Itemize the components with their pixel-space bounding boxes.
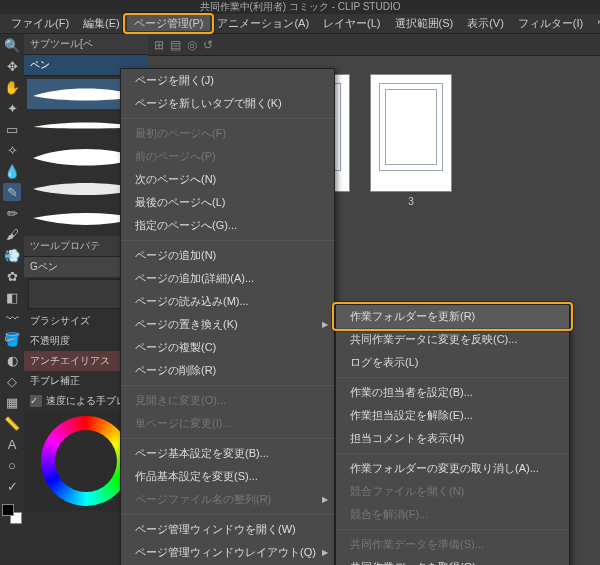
subtool-header: サブツール[ペ: [24, 34, 148, 55]
eyedrop-icon[interactable]: 💧: [3, 162, 21, 180]
prop-jitter: 手ブレ補正: [30, 374, 80, 388]
pencil-icon[interactable]: ✏: [3, 204, 21, 222]
checkbox-icon[interactable]: ✓: [30, 395, 42, 407]
mi-page-basic[interactable]: ページ基本設定を変更(B)...: [121, 442, 334, 465]
mi-first-page[interactable]: 最初のページへ(F): [121, 122, 334, 145]
mi-reflect-collab[interactable]: 共同作業データに変更を反映(C)...: [336, 328, 569, 351]
menu-edit[interactable]: 編集(E): [76, 14, 127, 33]
move-icon[interactable]: ✥: [3, 57, 21, 75]
menu-window[interactable]: ウィン: [590, 14, 600, 33]
menu-file[interactable]: ファイル(F): [4, 14, 76, 33]
menu-view[interactable]: 表示(V): [460, 14, 511, 33]
toolbar-icon[interactable]: ↺: [203, 38, 213, 52]
mi-replace-page[interactable]: ページの置き換え(K): [121, 313, 334, 336]
mi-show-log[interactable]: ログを表示(L): [336, 351, 569, 374]
mi-add-page-detail[interactable]: ページの追加(詳細)(A)...: [121, 267, 334, 290]
airbrush-icon[interactable]: 💨: [3, 246, 21, 264]
mi-align-filename[interactable]: ページファイル名の整列(R): [121, 488, 334, 511]
mi-work-basic[interactable]: 作品基本設定を変更(S)...: [121, 465, 334, 488]
collab-submenu: 作業フォルダーを更新(R) 共同作業データに変更を反映(C)... ログを表示(…: [335, 304, 570, 565]
tool-column: 🔍 ✥ ✋ ✦ ▭ ✧ 💧 ✎ ✏ 🖌 💨 ✿ ◧ 〰 🪣 ◐ ◇ ▦ 📏 A …: [0, 34, 24, 565]
anchor-icon[interactable]: ✦: [3, 99, 21, 117]
mi-open-pm-window[interactable]: ページ管理ウィンドウを開く(W): [121, 518, 334, 541]
mi-pm-layout[interactable]: ページ管理ウィンドウレイアウト(Q): [121, 541, 334, 564]
magnify-icon[interactable]: 🔍: [3, 36, 21, 54]
mi-undo-workfolder[interactable]: 作業フォルダーの変更の取り消し(A)...: [336, 457, 569, 480]
mi-goto-page[interactable]: 指定のページへ(G)...: [121, 214, 334, 237]
canvas-toolbar: ⊞ ▤ ◎ ↺: [148, 34, 600, 56]
mi-open-new-tab[interactable]: ページを新しいタブで開く(K): [121, 92, 334, 115]
titlebar: 共同作業中(利用者) コミック - CLIP STUDIO: [0, 0, 600, 14]
mi-open-conflict[interactable]: 競合ファイルを開く(N): [336, 480, 569, 503]
gradient-icon[interactable]: ◐: [3, 351, 21, 369]
mi-next-page[interactable]: 次のページへ(N): [121, 168, 334, 191]
text-icon[interactable]: A: [3, 435, 21, 453]
mi-prepare-collab[interactable]: 共同作業データを準備(S)...: [336, 533, 569, 556]
fill-icon[interactable]: 🪣: [3, 330, 21, 348]
page-manage-menu: ページを開く(J) ページを新しいタブで開く(K) 最初のページへ(F) 前のペ…: [120, 68, 335, 565]
eraser-icon[interactable]: ◧: [3, 288, 21, 306]
mi-set-assignee[interactable]: 作業の担当者を設定(B)...: [336, 381, 569, 404]
mi-del-page[interactable]: ページの削除(R): [121, 359, 334, 382]
hand-icon[interactable]: ✋: [3, 78, 21, 96]
prop-aa: アンチエイリアス: [30, 354, 110, 368]
mi-to-single[interactable]: 単ページに変更(I)...: [121, 412, 334, 435]
mi-open-page[interactable]: ページを開く(J): [121, 69, 334, 92]
ruler-icon[interactable]: 📏: [3, 414, 21, 432]
menu-selection[interactable]: 選択範囲(S): [388, 14, 461, 33]
page-thumb[interactable]: 3: [370, 74, 452, 207]
frame-icon[interactable]: ▦: [3, 393, 21, 411]
pen-icon[interactable]: ✎: [3, 183, 21, 201]
fgbg-swatch[interactable]: [2, 504, 22, 524]
toolbar-icon[interactable]: ▤: [170, 38, 181, 52]
mi-get-collab[interactable]: 共同作業データを取得(O)...: [336, 556, 569, 565]
menubar: ファイル(F) 編集(E) ページ管理(P) アニメーション(A) レイヤー(L…: [0, 14, 600, 34]
mi-dup-page[interactable]: ページの複製(C): [121, 336, 334, 359]
mi-to-spread[interactable]: 見開きに変更(O)...: [121, 389, 334, 412]
menu-layer[interactable]: レイヤー(L): [316, 14, 387, 33]
menu-page-manage[interactable]: ページ管理(P): [127, 15, 211, 31]
prop-brushsize: ブラシサイズ: [30, 314, 90, 328]
prop-opacity: 不透明度: [30, 334, 70, 348]
toolbar-icon[interactable]: ◎: [187, 38, 197, 52]
prop-speed: 速度による手ブレ: [46, 394, 126, 408]
blend-icon[interactable]: 〰: [3, 309, 21, 327]
balloon-icon[interactable]: ○: [3, 456, 21, 474]
mi-add-page[interactable]: ページの追加(N): [121, 244, 334, 267]
mi-import-page[interactable]: ページの読み込み(M)...: [121, 290, 334, 313]
mi-update-workfolder[interactable]: 作業フォルダーを更新(R): [336, 305, 569, 328]
mi-prev-page[interactable]: 前のページへ(P): [121, 145, 334, 168]
mi-resolve-conflict[interactable]: 競合を解消(F)...: [336, 503, 569, 526]
mi-last-page[interactable]: 最後のページへ(L): [121, 191, 334, 214]
deco-icon[interactable]: ✿: [3, 267, 21, 285]
mi-show-comment[interactable]: 担当コメントを表示(H): [336, 427, 569, 450]
correct-icon[interactable]: ✓: [3, 477, 21, 495]
menu-animation[interactable]: アニメーション(A): [210, 14, 316, 33]
wand-icon[interactable]: ✧: [3, 141, 21, 159]
toolbar-icon[interactable]: ⊞: [154, 38, 164, 52]
brush-icon[interactable]: 🖌: [3, 225, 21, 243]
shape-icon[interactable]: ◇: [3, 372, 21, 390]
menu-filter[interactable]: フィルター(I): [511, 14, 590, 33]
mi-release-assign[interactable]: 作業担当設定を解除(E)...: [336, 404, 569, 427]
marquee-icon[interactable]: ▭: [3, 120, 21, 138]
